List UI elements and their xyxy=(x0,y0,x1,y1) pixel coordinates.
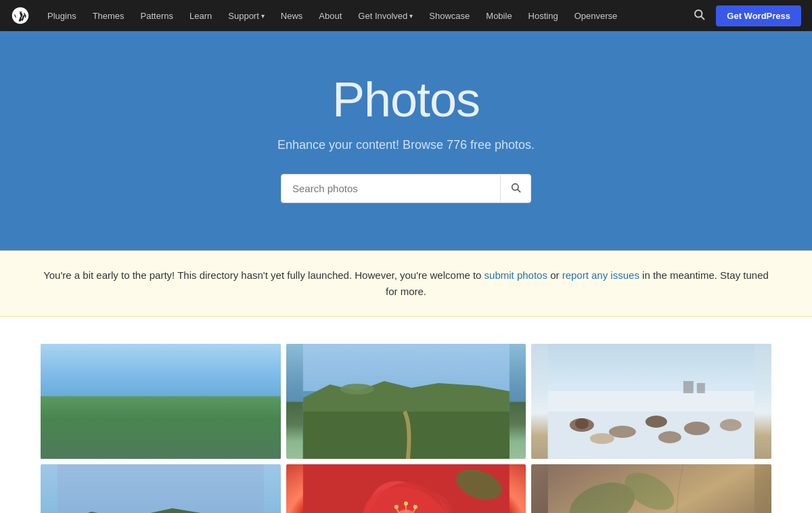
nav-showcase[interactable]: Showcase xyxy=(422,7,476,25)
svg-line-12 xyxy=(193,416,200,425)
svg-rect-10 xyxy=(58,415,264,435)
photo-1-image xyxy=(41,344,281,459)
photo-5-image xyxy=(286,464,526,513)
photo-grid-section xyxy=(0,317,812,513)
submit-photos-link[interactable]: submit photos xyxy=(484,269,547,281)
photo-item-2[interactable] xyxy=(286,344,526,459)
svg-line-7 xyxy=(91,354,220,372)
photo-6-image xyxy=(531,464,771,513)
nav-news[interactable]: News xyxy=(274,7,310,25)
nav-patterns[interactable]: Patterns xyxy=(134,7,180,25)
nav-hosting[interactable]: Hosting xyxy=(522,7,565,25)
photo-3-image xyxy=(531,344,771,459)
svg-point-24 xyxy=(646,416,667,428)
svg-line-3 xyxy=(518,189,520,192)
nav-right: Get WordPress xyxy=(690,5,801,26)
get-involved-chevron-icon: ▾ xyxy=(409,12,413,20)
photo-item-4[interactable] xyxy=(41,464,281,513)
photo-item-5[interactable] xyxy=(286,464,526,513)
wordpress-logo[interactable] xyxy=(11,6,30,25)
svg-line-5 xyxy=(58,364,179,381)
search-button[interactable] xyxy=(500,175,531,202)
notice-text-before: You're a bit early to the party! This di… xyxy=(43,269,481,281)
support-chevron-icon: ▾ xyxy=(261,12,265,20)
svg-rect-31 xyxy=(58,464,264,513)
navbar: Plugins Themes Patterns Learn Support ▾ … xyxy=(0,0,812,31)
search-bar xyxy=(281,174,531,203)
svg-line-1 xyxy=(702,16,704,19)
svg-line-6 xyxy=(71,357,193,376)
photo-grid xyxy=(41,344,771,513)
svg-point-22 xyxy=(575,418,589,429)
nav-themes[interactable]: Themes xyxy=(86,7,131,25)
page-title: Photos xyxy=(14,72,798,127)
hero-subtitle: Enhance your content! Browse 776 free ph… xyxy=(14,138,798,152)
search-submit-icon xyxy=(510,182,521,193)
hero-section: Photos Enhance your content! Browse 776 … xyxy=(0,31,812,250)
photo-item-1[interactable] xyxy=(41,344,281,459)
nav-plugins[interactable]: Plugins xyxy=(41,7,83,25)
photo-item-3[interactable] xyxy=(531,344,771,459)
svg-point-17 xyxy=(340,384,374,395)
get-wordpress-button[interactable]: Get WordPress xyxy=(716,5,801,26)
svg-point-28 xyxy=(658,431,681,443)
photo-item-6[interactable] xyxy=(531,464,771,513)
svg-rect-55 xyxy=(548,464,754,513)
svg-point-23 xyxy=(609,426,636,438)
svg-point-47 xyxy=(394,505,398,509)
svg-marker-9 xyxy=(58,432,264,459)
svg-rect-4 xyxy=(58,344,264,459)
nav-openverse[interactable]: Openverse xyxy=(568,7,625,25)
notice-text-middle: or xyxy=(550,269,562,281)
nav-support[interactable]: Support ▾ xyxy=(221,7,271,25)
svg-point-26 xyxy=(720,419,742,431)
svg-rect-29 xyxy=(683,381,694,393)
nav-learn[interactable]: Learn xyxy=(183,7,219,25)
nav-about[interactable]: About xyxy=(312,7,348,25)
svg-rect-30 xyxy=(697,383,705,393)
search-input[interactable] xyxy=(281,175,500,202)
svg-point-25 xyxy=(684,422,710,435)
nav-mobile[interactable]: Mobile xyxy=(479,7,518,25)
svg-point-27 xyxy=(590,433,614,444)
nav-get-involved[interactable]: Get Involved ▾ xyxy=(351,7,420,25)
svg-line-11 xyxy=(112,417,118,428)
search-icon[interactable] xyxy=(690,5,708,26)
svg-marker-8 xyxy=(58,391,264,459)
notice-banner: You're a bit early to the party! This di… xyxy=(0,250,812,317)
photo-4-image xyxy=(41,464,281,513)
svg-point-46 xyxy=(403,501,407,506)
svg-point-48 xyxy=(413,505,417,509)
photo-2-image xyxy=(286,344,526,459)
nav-links: Plugins Themes Patterns Learn Support ▾ … xyxy=(41,7,690,25)
report-issues-link[interactable]: report any issues xyxy=(562,269,639,281)
